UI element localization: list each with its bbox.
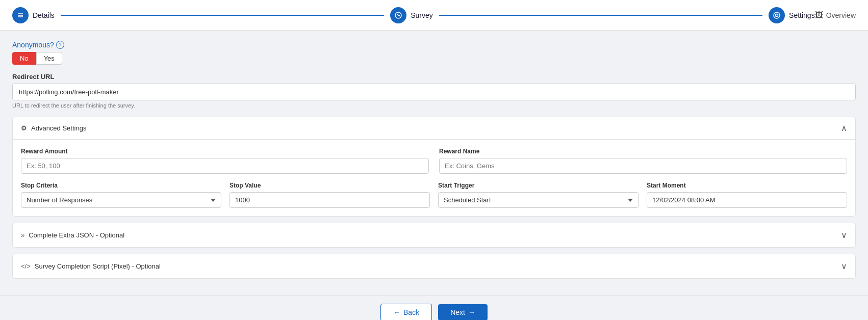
anonymous-label: Anonymous? ?	[12, 41, 856, 49]
next-arrow-icon: →	[468, 308, 475, 316]
script-icon: </>	[21, 262, 31, 270]
start-moment-field: Start Moment	[647, 182, 847, 208]
stop-value-input[interactable]	[229, 192, 430, 208]
advanced-settings-title-area: ⚙ Advanced Settings	[21, 124, 86, 132]
advanced-settings-header[interactable]: ⚙ Advanced Settings ∧	[13, 117, 855, 140]
json-icon: »	[21, 231, 24, 239]
reward-name-input[interactable]	[439, 158, 847, 174]
back-button[interactable]: ← Back	[380, 304, 432, 320]
start-trigger-field: Start Trigger Scheduled Start Immediate …	[438, 182, 639, 208]
start-moment-input[interactable]	[647, 192, 847, 208]
reward-amount-input[interactable]	[21, 158, 429, 174]
overview-link[interactable]: 🖼 Overview	[815, 11, 856, 20]
criteria-row: Stop Criteria Number of Responses Date N…	[21, 182, 847, 208]
bottom-bar: ← Back Next →	[0, 295, 868, 320]
redirect-url-hint: URL to redirect the user after finishing…	[12, 102, 856, 109]
advanced-settings-card: ⚙ Advanced Settings ∧ Reward Amount Rewa…	[12, 117, 856, 217]
next-button[interactable]: Next →	[438, 304, 488, 320]
reward-name-field: Reward Name	[439, 148, 847, 174]
stop-criteria-label: Stop Criteria	[21, 182, 221, 189]
stop-criteria-select[interactable]: Number of Responses Date None	[21, 192, 221, 208]
anonymous-no-btn[interactable]: No	[12, 52, 36, 65]
nav-step-details[interactable]: Details	[12, 7, 55, 23]
top-nav: Details Survey Settings 🖼 Over	[0, 0, 868, 31]
advanced-settings-title: Advanced Settings	[31, 124, 86, 132]
redirect-url-section: Redirect URL URL to redirect the user af…	[12, 73, 856, 109]
nav-line-1	[61, 15, 384, 16]
back-arrow-icon: ←	[393, 308, 400, 316]
anonymous-help-icon[interactable]: ?	[56, 41, 64, 49]
reward-name-label: Reward Name	[439, 148, 847, 155]
stop-value-field: Stop Value	[229, 182, 430, 208]
completion-script-title: Survey Completion Script (Pixel) - Optio…	[35, 262, 161, 270]
svg-point-4	[776, 14, 778, 16]
main-content: Anonymous? ? No Yes Redirect URL URL to …	[0, 31, 868, 295]
complete-json-card: » Complete Extra JSON - Optional ∨	[12, 223, 856, 248]
start-trigger-label: Start Trigger	[438, 182, 639, 189]
back-label: Back	[403, 308, 419, 316]
complete-json-header[interactable]: » Complete Extra JSON - Optional ∨	[13, 223, 855, 247]
start-moment-label: Start Moment	[647, 182, 847, 189]
advanced-settings-gear-icon: ⚙	[21, 124, 27, 132]
stop-criteria-field: Stop Criteria Number of Responses Date N…	[21, 182, 221, 208]
survey-icon	[390, 7, 406, 23]
details-icon	[12, 7, 29, 23]
svg-point-5	[774, 12, 780, 18]
completion-script-header[interactable]: </> Survey Completion Script (Pixel) - O…	[13, 254, 855, 278]
completion-script-card: </> Survey Completion Script (Pixel) - O…	[12, 254, 856, 279]
anonymous-section: Anonymous? ? No Yes	[12, 41, 856, 65]
settings-label: Settings	[789, 11, 815, 19]
nav-steps: Details Survey Settings	[12, 7, 815, 23]
details-label: Details	[33, 11, 55, 19]
complete-json-chevron: ∨	[841, 230, 847, 240]
anonymous-toggle-group: No Yes	[12, 52, 856, 65]
complete-json-title-area: » Complete Extra JSON - Optional	[21, 231, 124, 239]
advanced-settings-body: Reward Amount Reward Name Stop Criteria …	[13, 140, 855, 216]
nav-line-2	[439, 15, 762, 16]
advanced-settings-chevron: ∧	[841, 123, 847, 133]
redirect-url-label: Redirect URL	[12, 73, 856, 81]
overview-icon: 🖼	[815, 11, 823, 20]
completion-script-chevron: ∨	[841, 261, 847, 271]
overview-label: Overview	[826, 11, 856, 19]
settings-icon	[769, 7, 785, 23]
reward-amount-label: Reward Amount	[21, 148, 429, 155]
anonymous-yes-btn[interactable]: Yes	[36, 52, 62, 65]
survey-label: Survey	[411, 11, 433, 19]
redirect-url-input[interactable]	[12, 84, 856, 100]
start-trigger-select[interactable]: Scheduled Start Immediate Start Manual S…	[438, 192, 639, 208]
completion-script-title-area: </> Survey Completion Script (Pixel) - O…	[21, 262, 161, 270]
stop-value-label: Stop Value	[229, 182, 430, 189]
nav-step-settings[interactable]: Settings	[769, 7, 815, 23]
complete-json-title: Complete Extra JSON - Optional	[29, 231, 124, 239]
next-label: Next	[450, 308, 465, 316]
reward-amount-field: Reward Amount	[21, 148, 429, 174]
reward-row: Reward Amount Reward Name	[21, 148, 847, 174]
nav-step-survey[interactable]: Survey	[390, 7, 433, 23]
